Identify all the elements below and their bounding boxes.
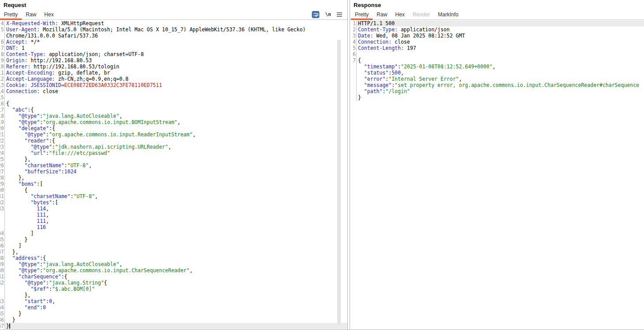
code-token[interactable]: } (358, 94, 361, 101)
code-line[interactable]: 10Referer: http://192.168.80.53/tologin (0, 64, 347, 70)
tab-pretty[interactable]: Pretty (0, 9, 22, 19)
code-token[interactable]: : (46, 150, 49, 156)
code-token[interactable]: application/json (398, 26, 450, 33)
code-token[interactable]: "org.apache.commons.io.input.CharSequenc… (43, 267, 189, 274)
code-line-content[interactable]: "@type":"java.lang.AutoCloseable", (4, 261, 347, 267)
code-token[interactable]: , (192, 131, 196, 138)
code-token[interactable]: ] (6, 243, 22, 249)
code-token[interactable]: : (49, 286, 52, 292)
code-line[interactable]: 18 "@type":"java.lang.AutoCloseable", (0, 113, 347, 119)
code-line-content[interactable]: Connection: close (356, 39, 644, 45)
code-line[interactable]: 20 "delegate":{ (0, 125, 347, 131)
code-token[interactable]: , (46, 218, 49, 224)
code-line-content[interactable]: X-Requested-With: XMLHttpRequest (4, 20, 347, 26)
code-token[interactable]: , (168, 144, 171, 150)
code-token[interactable]: "end" (25, 304, 40, 311)
code-line-content[interactable]: "@type":"org.apache.commons.io.input.BOM… (4, 119, 347, 125)
tab-raw[interactable]: Raw (373, 9, 391, 19)
code-line[interactable]: 32 "bytes":[ (0, 199, 347, 206)
code-token[interactable]: , (46, 212, 49, 218)
code-token[interactable]: "set property error, org.apache.commons.… (395, 82, 639, 88)
code-line[interactable]: 15 (0, 94, 347, 101)
tab-pretty[interactable]: Pretty (351, 9, 373, 19)
code-token[interactable]: "org.apache.commons.io.input.BOMInputStr… (43, 119, 177, 125)
code-line[interactable]: 7DNT: 1 (0, 45, 347, 51)
code-line[interactable]: 43 "start":0, (0, 298, 347, 304)
code-token[interactable]: "address" (12, 255, 40, 261)
code-token[interactable]: , (459, 76, 462, 82)
code-token[interactable]: } (6, 323, 9, 329)
code-token[interactable]: 1024 (64, 169, 77, 175)
code-token[interactable] (358, 70, 364, 76)
code-line-content[interactable]: }, (4, 156, 347, 162)
code-line[interactable]: 3Date: Wed, 08 Jan 2025 08:12:52 GMT (350, 33, 644, 39)
code-line[interactable]: } (350, 94, 644, 101)
code-line[interactable]: 111, (0, 212, 347, 218)
code-line[interactable]: 16{ (0, 101, 347, 107)
code-token[interactable]: 197 (404, 45, 416, 51)
code-token[interactable]: , (52, 298, 55, 304)
code-token[interactable]: , (119, 113, 122, 119)
code-line[interactable]: 5Content-Length: 197 (350, 45, 644, 51)
code-line-content[interactable]: Date: Wed, 08 Jan 2025 08:12:52 GMT (356, 33, 644, 39)
code-token[interactable]: }, (6, 156, 30, 162)
code-token[interactable]: "@type" (19, 267, 40, 274)
code-line[interactable]: 4Connection: close (350, 39, 644, 45)
code-line[interactable]: 30 { (0, 187, 347, 193)
code-line[interactable]: "message":"set property error, org.apach… (350, 82, 644, 88)
code-line-content[interactable]: "$ref":"$.abc.BOM[0]" (4, 286, 347, 292)
code-token[interactable]: XMLHttpRequest (58, 20, 104, 26)
code-token[interactable]: "status" (364, 70, 388, 76)
tab-raw[interactable]: Raw (22, 9, 40, 19)
code-token[interactable]: : (46, 280, 49, 286)
code-token[interactable]: Content-Type: (358, 26, 398, 33)
code-token[interactable]: } (6, 311, 22, 317)
code-token[interactable]: Referer: (6, 64, 30, 70)
code-token[interactable]: "boms" (19, 181, 37, 187)
code-line-content[interactable]: Accept: */* (4, 39, 347, 45)
code-line-content[interactable]: }, (4, 249, 347, 255)
code-line[interactable]: "error":"Internal Server Error", (350, 76, 644, 82)
code-line[interactable]: 41 "charSequence":{ (0, 274, 347, 280)
code-token[interactable] (6, 119, 19, 125)
code-line[interactable]: 38 "address":{ (0, 255, 347, 261)
code-token[interactable]: :{ (27, 107, 34, 113)
code-line[interactable]: 27 "bufferSize":1024 (0, 169, 347, 175)
code-line[interactable]: 25 }, (0, 156, 347, 162)
code-line-content[interactable]: Cookie: JSESSIONID=ECE08E72ED63A0332C3FE… (4, 82, 347, 88)
code-line[interactable]: 36 ] (0, 243, 347, 249)
code-line[interactable]: 47} (0, 323, 347, 329)
code-line[interactable]: 23 "@type":"jdk.nashorn.api.scripting.UR… (0, 144, 347, 150)
code-token[interactable] (6, 162, 25, 169)
code-token[interactable] (6, 255, 12, 261)
code-line-content[interactable]: "@type":"org.apache.commons.io.input.Cha… (4, 267, 347, 274)
code-token[interactable]: "abc" (12, 107, 28, 113)
code-token[interactable]: "UTF-8" (73, 193, 94, 199)
code-line-content[interactable]: { (4, 101, 347, 107)
code-line-content[interactable]: "error":"Internal Server Error", (356, 76, 644, 82)
code-line[interactable]: 1HTTP/1.1 500 (350, 20, 644, 26)
request-editor[interactable]: 4X-Requested-With: XMLHttpRequest5User-A… (0, 20, 347, 330)
code-line-content[interactable]: Content-Type: application/json (356, 26, 644, 33)
code-line-content[interactable]: 111, (4, 218, 347, 224)
code-token[interactable]: :[ (37, 181, 43, 187)
code-line[interactable]: 42 "@type":"java.lang.String"{ (0, 280, 347, 286)
code-token[interactable]: :{ (49, 125, 55, 131)
code-token[interactable]: } (6, 236, 27, 243)
code-line-content[interactable]: Accept-Encoding: gzip, deflate, br (4, 70, 347, 76)
code-token[interactable]: , (493, 64, 496, 70)
code-token[interactable]: "@type" (30, 144, 52, 150)
code-token[interactable] (6, 224, 37, 230)
code-line-content[interactable]: { (4, 187, 347, 193)
code-token[interactable]: }, (6, 249, 19, 255)
code-token[interactable] (6, 138, 25, 144)
code-token[interactable]: , (189, 267, 192, 274)
code-line[interactable]: 11Accept-Encoding: gzip, deflate, br (0, 70, 347, 76)
code-token[interactable] (6, 298, 25, 304)
code-token[interactable]: }, (6, 175, 25, 181)
code-line[interactable]: 31 "charsetName":"UTF-8", (0, 193, 347, 199)
code-line[interactable]: 116 (0, 224, 347, 230)
code-token[interactable]: "@type" (19, 119, 40, 125)
code-token[interactable] (6, 286, 30, 292)
code-line[interactable]: 8Content-Type: application/json; charset… (0, 51, 347, 57)
